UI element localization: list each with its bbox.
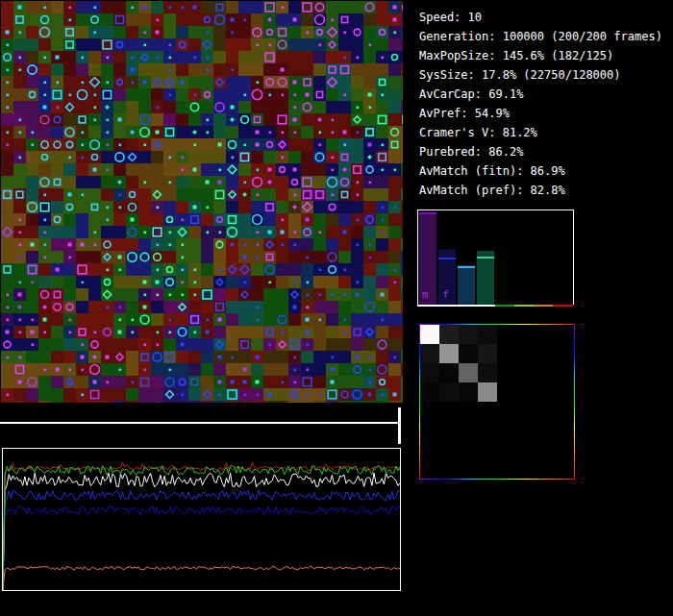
matrix-cell <box>420 421 439 440</box>
matrix-cell <box>516 382 536 402</box>
matrix-cell <box>516 325 536 344</box>
matrix-cell <box>555 363 574 382</box>
histogram-sex-label: m f <box>422 288 453 301</box>
simulation-window: Speed: 10Generation: 100000 (200/200 fra… <box>0 0 673 616</box>
histogram-axis-segment <box>457 305 476 307</box>
matrix-cell <box>459 459 478 479</box>
progress-slider-thumb[interactable] <box>398 407 401 444</box>
matrix-cell <box>439 382 459 402</box>
mating-matrix <box>419 324 575 480</box>
matrix-cell <box>497 382 516 402</box>
stat-line: AvCarCap: 69.1% <box>419 85 662 104</box>
histogram-axis-segment <box>417 305 437 307</box>
matrix-cell <box>536 421 555 440</box>
matrix-cell <box>497 440 516 459</box>
stat-line: Cramer's V: 81.2% <box>419 123 662 142</box>
matrix-cell <box>555 421 574 440</box>
matrix-border-top <box>419 324 575 325</box>
matrix-cell <box>459 440 478 459</box>
stat-line: AvPref: 54.9% <box>419 104 662 123</box>
stat-line: SysSize: 17.8% (22750/128000) <box>419 65 662 85</box>
stat-line: Generation: 100000 (200/200 frames) <box>419 27 662 46</box>
world-grid[interactable] <box>1 1 403 403</box>
matrix-cell <box>420 440 439 459</box>
histogram-axis-segment <box>476 305 495 307</box>
histogram-axis-segment <box>553 305 573 307</box>
matrix-cell <box>555 402 574 421</box>
matrix-cell <box>478 440 497 459</box>
matrix-cell <box>555 459 574 479</box>
species-histogram: m f <box>417 209 574 305</box>
matrix-cell <box>420 382 439 402</box>
matrix-cell <box>536 325 555 344</box>
matrix-cell <box>459 363 478 382</box>
matrix-cell <box>516 440 536 459</box>
matrix-cell <box>555 440 574 459</box>
mating-matrix-cells <box>420 325 574 479</box>
matrix-cell <box>478 344 497 363</box>
histogram-bar <box>477 251 494 305</box>
matrix-border-left <box>419 324 420 480</box>
matrix-cell <box>516 421 536 440</box>
progress-slider-track[interactable] <box>0 422 399 424</box>
matrix-cell <box>420 344 439 363</box>
matrix-cell <box>459 344 478 363</box>
matrix-cell <box>536 402 555 421</box>
matrix-cell <box>516 344 536 363</box>
matrix-border-bottom <box>419 479 575 480</box>
stat-line: AvMatch (pref): 82.8% <box>419 181 662 200</box>
matrix-cell <box>536 363 555 382</box>
histogram-bar-marker <box>458 266 475 268</box>
matrix-cell <box>497 421 516 440</box>
matrix-cell <box>516 459 536 479</box>
matrix-cell <box>516 402 536 421</box>
matrix-cell <box>555 325 574 344</box>
stat-line: MaxPopSize: 145.6% (182/125) <box>419 46 662 65</box>
stats-panel: Speed: 10Generation: 100000 (200/200 fra… <box>419 8 662 200</box>
matrix-cell <box>478 421 497 440</box>
matrix-cell <box>459 382 478 402</box>
histogram-bar-marker <box>419 212 436 214</box>
matrix-cell <box>497 325 516 344</box>
histogram-bar-marker <box>438 258 456 259</box>
histogram-axis <box>417 305 574 307</box>
matrix-cell <box>420 459 439 479</box>
stat-line: Purebred: 86.2% <box>419 142 662 161</box>
matrix-cell <box>439 363 459 382</box>
matrix-cell <box>478 363 497 382</box>
histogram-axis-segment <box>495 305 514 307</box>
matrix-cell <box>459 325 478 344</box>
stat-line: Speed: 10 <box>419 8 662 27</box>
matrix-cell <box>439 459 459 479</box>
timeseries-panel <box>2 448 401 591</box>
matrix-cell <box>555 344 574 363</box>
matrix-cell <box>497 402 516 421</box>
matrix-cell <box>420 325 439 344</box>
matrix-cell <box>536 440 555 459</box>
matrix-cell <box>536 382 555 402</box>
matrix-cell <box>497 344 516 363</box>
matrix-border-right <box>574 324 575 480</box>
matrix-cell <box>478 382 497 402</box>
matrix-cell <box>516 363 536 382</box>
matrix-cell <box>439 440 459 459</box>
matrix-cell <box>439 402 459 421</box>
histogram-bar <box>458 265 475 305</box>
matrix-cell <box>439 344 459 363</box>
matrix-cell <box>420 363 439 382</box>
histogram-axis-segment <box>534 305 553 307</box>
matrix-cell <box>478 325 497 344</box>
histogram-axis-segment <box>514 305 534 307</box>
matrix-cell <box>420 402 439 421</box>
timeseries-chart <box>3 449 400 590</box>
matrix-cell <box>439 325 459 344</box>
matrix-cell <box>497 459 516 479</box>
matrix-cell <box>536 459 555 479</box>
matrix-cell <box>497 363 516 382</box>
matrix-cell <box>536 344 555 363</box>
matrix-cell <box>478 402 497 421</box>
histogram-axis-segment <box>437 305 457 307</box>
matrix-cell <box>459 421 478 440</box>
matrix-cell <box>439 421 459 440</box>
matrix-cell <box>555 382 574 402</box>
